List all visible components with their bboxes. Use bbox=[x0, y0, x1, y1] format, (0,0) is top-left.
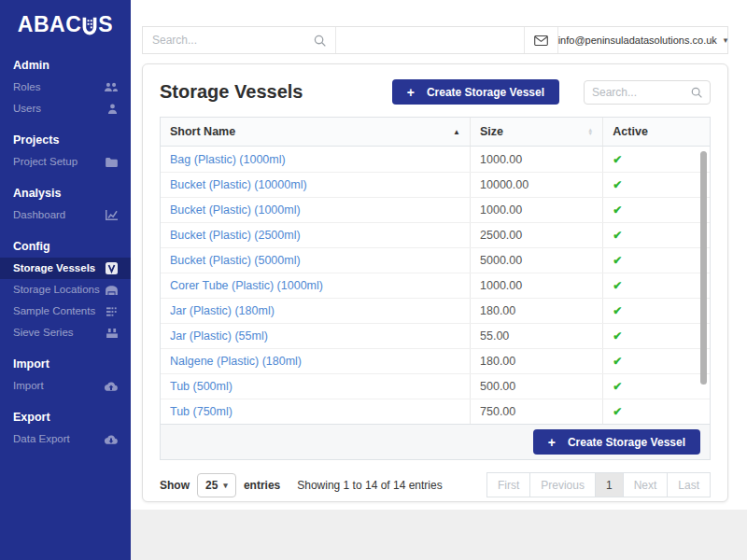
sidebar-nav: Admin Roles Users Projects Project Setup bbox=[0, 49, 131, 450]
sidebar-item-roles[interactable]: Roles bbox=[0, 77, 131, 98]
global-search bbox=[143, 27, 335, 53]
pagination-previous-button[interactable]: Previous bbox=[529, 472, 596, 497]
sidebar-item-sample-contents[interactable]: Sample Contents bbox=[0, 301, 131, 322]
active-check-icon: ✔ bbox=[613, 229, 622, 242]
vessel-link[interactable]: Bag (Plastic) (1000ml) bbox=[170, 153, 286, 166]
table-row: Bucket (Plastic) (1000ml) 1000.00 ✔ bbox=[161, 197, 710, 222]
vessel-link[interactable]: Bucket (Plastic) (2500ml) bbox=[170, 229, 301, 242]
vessel-link[interactable]: Tub (750ml) bbox=[170, 405, 233, 418]
pagination-next-button[interactable]: Next bbox=[623, 472, 669, 497]
size-value: 180.00 bbox=[480, 304, 515, 317]
vessel-link[interactable]: Bucket (Plastic) (5000ml) bbox=[170, 254, 301, 267]
sidebar-item-users[interactable]: Users bbox=[0, 98, 131, 119]
nav-section-import: Import Import bbox=[0, 347, 131, 397]
abacus-logo[interactable]: ABACS bbox=[0, 0, 131, 45]
page-size-select[interactable]: 25 ▾ bbox=[197, 473, 236, 497]
vessel-link[interactable]: Jar (Plastic) (180ml) bbox=[170, 304, 275, 317]
table-scrollbar[interactable] bbox=[700, 151, 707, 385]
active-check-icon: ✔ bbox=[613, 279, 622, 292]
sidebar-item-storage-locations[interactable]: Storage Locations bbox=[0, 279, 131, 301]
nav-header-projects: Projects bbox=[0, 123, 131, 151]
sieve-icon bbox=[106, 329, 118, 338]
table-row: Jar (Plastic) (180ml) 180.00 ✔ bbox=[161, 298, 710, 323]
table-footer: + Create Storage Vessel bbox=[161, 424, 710, 459]
warehouse-icon bbox=[106, 286, 118, 295]
size-value: 2500.00 bbox=[480, 229, 522, 242]
vessel-link[interactable]: Nalgene (Plastic) (180ml) bbox=[170, 355, 302, 368]
pagination-page-1-button[interactable]: 1 bbox=[595, 472, 624, 497]
nav-header-admin: Admin bbox=[0, 49, 131, 77]
table-header-row: Short Name ▲ Size ▲▼ Active bbox=[161, 118, 710, 147]
plus-icon: + bbox=[407, 85, 415, 100]
column-header-active[interactable]: Active bbox=[602, 118, 710, 146]
main-area: info@peninsuladatasolutions.co.uk ▾ Stor… bbox=[131, 0, 747, 560]
topbar: info@peninsuladatasolutions.co.uk ▾ bbox=[142, 26, 728, 54]
nav-section-analysis: Analysis Dashboard bbox=[0, 176, 131, 226]
table-row: Tub (500ml) 500.00 ✔ bbox=[161, 373, 710, 399]
folder-icon bbox=[106, 158, 118, 167]
table-row: Bucket (Plastic) (2500ml) 2500.00 ✔ bbox=[161, 222, 710, 247]
table-row: Nalgene (Plastic) (180ml) 180.00 ✔ bbox=[161, 348, 710, 373]
account-dropdown[interactable]: info@peninsuladatasolutions.co.uk ▾ bbox=[557, 27, 727, 53]
size-value: 10000.00 bbox=[480, 178, 529, 191]
column-header-size[interactable]: Size ▲▼ bbox=[470, 118, 602, 146]
active-check-icon: ✔ bbox=[613, 203, 622, 217]
size-value: 5000.00 bbox=[480, 254, 522, 267]
page-background bbox=[131, 510, 747, 560]
mail-button[interactable] bbox=[524, 27, 557, 53]
size-value: 500.00 bbox=[480, 380, 515, 393]
global-search-input[interactable] bbox=[152, 34, 314, 47]
plus-icon: + bbox=[548, 435, 556, 450]
logo-text-right: S bbox=[98, 12, 113, 37]
pagination-last-button[interactable]: Last bbox=[667, 472, 711, 497]
size-value: 1000.00 bbox=[480, 153, 522, 166]
sidebar-item-project-setup[interactable]: Project Setup bbox=[0, 151, 131, 173]
table-row: Bucket (Plastic) (10000ml) 10000.00 ✔ bbox=[161, 172, 710, 197]
vessel-link[interactable]: Tub (500ml) bbox=[170, 380, 233, 393]
table-row: Corer Tube (Plastic) (1000ml) 1000.00 ✔ bbox=[161, 273, 710, 298]
table-search bbox=[584, 80, 711, 105]
active-check-icon: ✔ bbox=[613, 254, 622, 267]
table-controls: Show 25 ▾ entries Showing 1 to 14 of 14 … bbox=[160, 472, 711, 497]
chart-line-icon bbox=[106, 210, 118, 220]
user-icon bbox=[107, 104, 118, 114]
active-check-icon: ✔ bbox=[613, 355, 622, 368]
pagination: First Previous 1 Next Last bbox=[487, 472, 711, 497]
sidebar-item-data-export[interactable]: Data Export bbox=[0, 428, 131, 450]
create-storage-vessel-button-top[interactable]: + Create Storage Vessel bbox=[392, 79, 559, 105]
account-email: info@peninsuladatasolutions.co.uk bbox=[558, 35, 717, 46]
table-row: Tub (750ml) 750.00 ✔ bbox=[161, 399, 710, 424]
nav-section-config: Config Storage Vessels Storage Locations… bbox=[0, 230, 131, 343]
table-search-input[interactable] bbox=[592, 86, 691, 99]
vessel-link[interactable]: Jar (Plastic) (55ml) bbox=[170, 329, 268, 343]
table-row: Jar (Plastic) (55ml) 55.00 ✔ bbox=[161, 323, 710, 348]
envelope-icon bbox=[534, 35, 548, 46]
sidebar-item-import[interactable]: Import bbox=[0, 375, 131, 397]
page-title: Storage Vessels bbox=[160, 81, 392, 103]
size-value: 1000.00 bbox=[480, 203, 522, 217]
sort-ascending-icon: ▲ bbox=[453, 128, 460, 136]
pagination-first-button[interactable]: First bbox=[486, 472, 530, 497]
column-header-short-name[interactable]: Short Name ▲ bbox=[161, 118, 470, 146]
nav-section-export: Export Data Export bbox=[0, 400, 131, 450]
create-storage-vessel-button-bottom[interactable]: + Create Storage Vessel bbox=[533, 429, 700, 455]
search-icon bbox=[314, 35, 326, 47]
storage-vessels-card: Storage Vessels + Create Storage Vessel bbox=[142, 63, 728, 502]
nav-header-config: Config bbox=[0, 230, 131, 258]
sort-icon: ▲▼ bbox=[587, 128, 593, 136]
vessel-link[interactable]: Bucket (Plastic) (1000ml) bbox=[170, 203, 301, 217]
nav-section-projects: Projects Project Setup bbox=[0, 123, 131, 173]
vessel-link[interactable]: Corer Tube (Plastic) (1000ml) bbox=[170, 279, 323, 292]
content-area: info@peninsuladatasolutions.co.uk ▾ Stor… bbox=[131, 0, 747, 510]
active-check-icon: ✔ bbox=[613, 304, 622, 317]
table-body: Bag (Plastic) (1000ml) 1000.00 ✔ Bucket … bbox=[161, 147, 710, 424]
sidebar-item-dashboard[interactable]: Dashboard bbox=[0, 204, 131, 226]
entries-label: entries bbox=[244, 479, 280, 492]
vessel-link[interactable]: Bucket (Plastic) (10000ml) bbox=[170, 178, 307, 191]
sidebar-item-storage-vessels[interactable]: Storage Vessels bbox=[0, 258, 131, 279]
size-value: 55.00 bbox=[480, 329, 509, 343]
nav-header-import: Import bbox=[0, 347, 131, 375]
cloud-upload-icon bbox=[105, 382, 118, 391]
nav-section-admin: Admin Roles Users bbox=[0, 49, 131, 119]
sidebar-item-sieve-series[interactable]: Sieve Series bbox=[0, 322, 131, 343]
